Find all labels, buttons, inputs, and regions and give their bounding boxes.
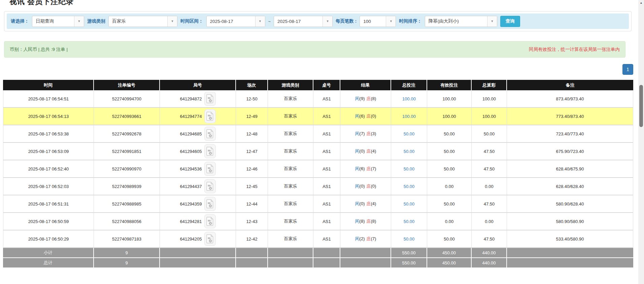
total-bet-cell: 50.00: [391, 160, 427, 178]
chevron-down-icon[interactable]: ▼: [255, 16, 265, 27]
total-bet-link[interactable]: 50.00: [404, 201, 415, 207]
total-bet-link[interactable]: 50.00: [404, 149, 415, 154]
table-number-cell: AS1: [313, 108, 340, 125]
valid-bet-cell: 100.00: [427, 90, 472, 108]
valid-bet-cell: 50.00: [427, 230, 472, 248]
video-button[interactable]: [204, 92, 216, 106]
player-result-label: 闲: [355, 219, 360, 224]
total-bet-link[interactable]: 50.00: [404, 184, 415, 189]
bet-id-cell: 522740992678: [94, 125, 160, 143]
banker-result-score: (8): [371, 219, 376, 224]
table-number-cell: AS1: [313, 160, 340, 178]
date-from-picker[interactable]: 2025-08-17 ▼: [206, 16, 265, 27]
column-header: 游戏类别: [268, 80, 313, 90]
scrollbar-thumb[interactable]: [639, 85, 643, 127]
bet-id-cell: 522740988985: [94, 195, 160, 213]
query-type-label: 请选择：: [11, 18, 29, 24]
chevron-down-icon[interactable]: ▼: [167, 16, 177, 27]
total-bet-link[interactable]: 50.00: [404, 236, 415, 242]
video-button[interactable]: [204, 162, 216, 176]
total-bet-link[interactable]: 100.00: [402, 114, 416, 119]
banker-result-score: (7): [371, 236, 376, 241]
time-cell: 2025-08-17 06:50:59: [3, 213, 94, 230]
round-cell: 641294205: [160, 230, 236, 248]
bet-id-cell: 522740994700: [94, 90, 160, 108]
date-to-picker[interactable]: 2025-08-17 ▼: [274, 16, 333, 27]
time-cell: 2025-08-17 06:54:13: [3, 108, 94, 125]
game-type-dropdown[interactable]: 百家乐 ▼: [108, 16, 177, 27]
summary-empty-cell: [507, 258, 633, 268]
summary-total-bet-cell: 550.00: [391, 248, 427, 258]
player-result-score: (9): [360, 96, 365, 101]
result-cell: 闲(0)庄(0): [340, 178, 391, 195]
video-button[interactable]: [204, 214, 216, 228]
bet-id-cell: 522740988056: [94, 213, 160, 230]
result-cell: 闲(7)庄(3): [340, 125, 391, 143]
round-cell: 641294685: [160, 125, 236, 143]
round-number: 641294359: [180, 201, 202, 207]
same-round-notice-text: 同局有效投注，统一计算在该局第一张注单内: [529, 46, 620, 53]
time-sort-dropdown[interactable]: 降幂(由大到小) ▼: [425, 16, 497, 27]
bet-id-cell: 522740989939: [94, 178, 160, 195]
column-header: 备注: [507, 80, 633, 90]
result-cell: 闲(0)庄(4): [340, 143, 391, 160]
scroll-up-arrow-icon[interactable]: ▲: [638, 0, 644, 5]
banker-result-label: 庄: [367, 96, 371, 101]
video-button[interactable]: [204, 109, 216, 123]
round-cell: 641294605: [160, 143, 236, 160]
video-button[interactable]: [204, 232, 216, 246]
total-bet-link[interactable]: 50.00: [404, 166, 415, 171]
time-sort-label: 时间排序：: [399, 18, 422, 24]
chevron-down-icon[interactable]: ▼: [323, 16, 332, 27]
round-cell: 641294536: [160, 160, 236, 178]
vertical-scrollbar[interactable]: ▲: [638, 0, 644, 284]
video-record-icon: [206, 94, 214, 103]
round-number: 641294872: [180, 96, 202, 101]
video-button[interactable]: [204, 179, 216, 193]
total-bet-link[interactable]: 50.00: [404, 219, 415, 224]
bet-id-cell: 522740993661: [94, 108, 160, 125]
valid-bet-cell: 50.00: [427, 195, 472, 213]
valid-bet-cell: 50.00: [427, 143, 472, 160]
video-button[interactable]: [204, 197, 216, 211]
game-type-label: 游戏类别: [87, 18, 105, 24]
summary-count-cell: 9: [94, 248, 160, 258]
table-row: 2025-08-17 06:54:51522740994700641294872…: [3, 90, 633, 108]
total-bet-cell: 50.00: [391, 195, 427, 213]
game-type-value: 百家乐: [109, 16, 167, 27]
table-row: 2025-08-17 06:53:38522740992678641294685…: [3, 125, 633, 143]
session-cell: 12-47: [236, 143, 268, 160]
video-button[interactable]: [204, 127, 216, 141]
summary-count-cell: 9: [94, 258, 160, 268]
chevron-down-icon[interactable]: ▼: [74, 16, 84, 27]
table-row: 2025-08-17 06:51:31522740988985641294359…: [3, 195, 633, 213]
banker-result-label: 庄: [367, 114, 371, 119]
game-type-cell: 百家乐: [268, 125, 313, 143]
player-result-score: (7): [360, 131, 365, 136]
player-result-label: 闲: [355, 96, 360, 101]
column-header: 局号: [160, 80, 236, 90]
chevron-down-icon[interactable]: ▼: [487, 16, 497, 27]
total-bet-link[interactable]: 100.00: [402, 96, 416, 101]
banker-result-label: 庄: [367, 166, 371, 171]
query-type-dropdown[interactable]: 日期查询 ▼: [32, 16, 84, 27]
game-type-cell: 百家乐: [268, 195, 313, 213]
chevron-down-icon[interactable]: ▼: [386, 16, 396, 27]
summary-empty-cell: [160, 258, 236, 268]
total-bet-cell: 100.00: [391, 108, 427, 125]
game-type-cell: 百家乐: [268, 143, 313, 160]
grand-total-row: 总计9550.00450.00440.00: [3, 258, 633, 268]
banker-result-score: (7): [371, 166, 376, 171]
video-button[interactable]: [204, 144, 216, 158]
currency-total-text: 币别：人民币 | 总共 :9 注单 |: [10, 46, 68, 53]
player-result-score: (0): [360, 201, 365, 206]
total-bet-link[interactable]: 50.00: [404, 131, 415, 136]
search-button[interactable]: 查询: [500, 16, 520, 27]
summary-label-cell: 总计: [3, 258, 94, 268]
player-result-label: 闲: [355, 131, 360, 136]
result-cell: 闲(6)庄(0): [340, 108, 391, 125]
page-1-button[interactable]: 1: [622, 64, 633, 75]
banker-result-label: 庄: [367, 219, 371, 224]
page-size-dropdown[interactable]: 100 ▼: [360, 16, 396, 27]
video-record-icon: [206, 199, 214, 209]
